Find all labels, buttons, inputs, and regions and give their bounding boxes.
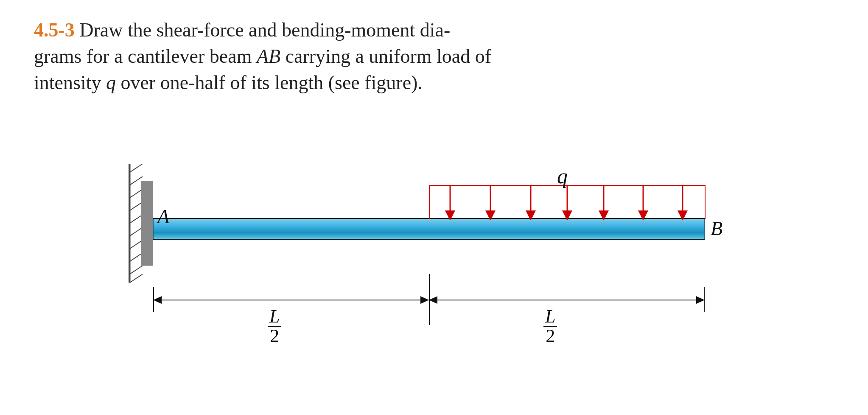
wall	[141, 181, 153, 266]
svg-line-7	[130, 240, 143, 249]
svg-line-2	[130, 177, 143, 185]
dim-right-arrow-right	[696, 296, 705, 304]
dim-label-left: L 2	[268, 307, 281, 345]
beam-bottom-line	[153, 239, 705, 240]
frac-numerator-left: L	[268, 307, 281, 327]
svg-line-8	[130, 253, 143, 261]
load-arrows-svg	[429, 185, 706, 220]
fraction-left: L 2	[268, 307, 281, 345]
problem-text-line3: intensity q over one-half of its length …	[34, 72, 423, 93]
problem-text-line1: Draw the shear-force and bending-moment …	[75, 19, 451, 41]
frac-denominator-left: 2	[268, 327, 281, 345]
beam-label-AB: AB	[257, 45, 280, 67]
svg-line-5	[130, 215, 143, 223]
problem-number: 4.5-3	[34, 19, 75, 41]
dim-left-arrow-right	[420, 296, 429, 304]
svg-line-6	[130, 227, 143, 236]
frac-numerator-right: L	[543, 307, 557, 327]
dim-left-line	[153, 300, 429, 300]
svg-line-3	[130, 189, 143, 198]
svg-line-9	[130, 266, 143, 274]
label-b: B	[711, 217, 722, 240]
label-a: A	[157, 205, 169, 228]
page-container: 4.5-3 Draw the shear-force and bending-m…	[0, 0, 868, 415]
dim-label-right: L 2	[543, 307, 557, 345]
dim-right-arrow-left	[429, 296, 437, 304]
svg-line-1	[130, 164, 143, 172]
beam	[153, 218, 705, 239]
dim-right-line	[429, 300, 705, 300]
problem-text: 4.5-3 Draw the shear-force and bending-m…	[34, 17, 798, 96]
frac-denominator-right: 2	[544, 327, 557, 345]
problem-text-line2: grams for a cantilever beam AB carrying …	[34, 45, 491, 67]
fraction-right: L 2	[543, 307, 557, 345]
svg-line-4	[130, 202, 143, 210]
svg-line-10	[130, 274, 143, 283]
q-inline-label: q	[106, 72, 116, 93]
figure-area: A B q	[116, 121, 752, 342]
dim-left-arrow-left	[153, 296, 162, 304]
